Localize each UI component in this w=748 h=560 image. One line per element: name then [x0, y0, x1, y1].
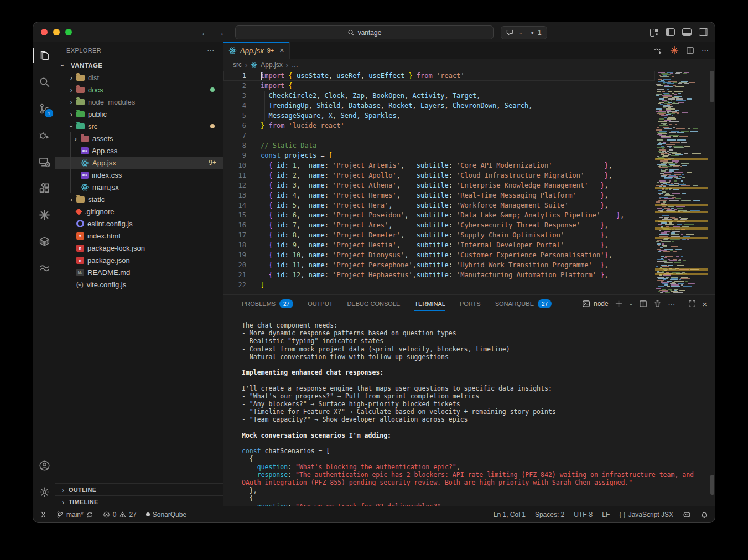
toggle-secondary-sidebar-icon[interactable] — [699, 28, 708, 36]
code-line-4[interactable]: 4 TrendingUp, Shield, Database, Rocket, … — [223, 101, 655, 111]
encoding[interactable]: UTF-8 — [574, 511, 593, 518]
code-line-20[interactable]: 20 { id: 11, name: 'Project Persephone',… — [223, 260, 655, 270]
explorer-more-actions-icon[interactable]: ⋯ — [207, 46, 215, 55]
editor-more-actions-icon[interactable]: ⋯ — [702, 46, 709, 55]
code-editor[interactable]: 1import { useState, useRef, useEffect } … — [223, 71, 655, 294]
tree-item-eslint.config.js[interactable]: eslint.config.js — [55, 217, 223, 230]
maximize-panel-icon[interactable] — [688, 299, 696, 308]
code-line-18[interactable]: 18 { id: 9, name: 'Project Hestia', subt… — [223, 240, 655, 250]
close-window-button[interactable] — [41, 29, 48, 35]
branch-indicator[interactable]: main* — [56, 510, 94, 519]
tree-item-App.css[interactable]: cssApp.css — [55, 144, 223, 157]
zoom-window-button[interactable] — [65, 29, 72, 35]
activity-explorer[interactable] — [33, 42, 55, 69]
outline-section[interactable]: ›OUTLINE — [55, 483, 223, 496]
minimap[interactable] — [655, 71, 708, 294]
panel-tab-output[interactable]: OUTPUT — [308, 295, 333, 313]
breadcrumb-folder[interactable]: src — [233, 61, 242, 69]
activity-containers[interactable] — [33, 228, 55, 255]
breadcrumb-file[interactable]: App.jsx — [261, 61, 282, 69]
language-mode[interactable]: { } JavaScript JSX — [619, 511, 673, 518]
tree-item-package.json[interactable]: npackage.json — [55, 254, 223, 266]
close-tab-icon[interactable]: × — [279, 46, 284, 55]
panel-tab-problems[interactable]: PROBLEMS27 — [242, 295, 293, 313]
tree-root-vantage[interactable]: ›VANTAGE — [55, 59, 223, 71]
activity-accounts[interactable] — [33, 452, 55, 479]
activity-settings[interactable] — [33, 479, 55, 505]
breadcrumb[interactable]: src › App.jsx › … — [223, 59, 715, 71]
code-line-21[interactable]: 21 { id: 12, name: 'Project Hephaestus',… — [223, 270, 655, 280]
code-line-14[interactable]: 14 { id: 5, name: 'Project Hera', subtit… — [223, 200, 655, 210]
code-line-5[interactable]: 5 MessageSquare, X, Send, Sparkles, — [223, 111, 655, 121]
back-arrow-icon[interactable]: ← — [201, 28, 209, 37]
notifications[interactable] — [700, 510, 708, 519]
code-line-15[interactable]: 15 { id: 6, name: 'Project Poseidon', su… — [223, 210, 655, 220]
command-center-search[interactable]: vantage — [235, 25, 494, 39]
panel-tab-sonarqube[interactable]: SONARQUBE27 — [495, 295, 552, 313]
panel-tab-ports[interactable]: PORTS — [460, 295, 481, 313]
panel-more-actions-icon[interactable]: ⋯ — [668, 300, 676, 308]
panel-tab-debug-console[interactable]: DEBUG CONSOLE — [347, 295, 400, 313]
tree-item-README.md[interactable]: M↓README.md — [55, 266, 223, 278]
toggle-panel-icon[interactable] — [682, 28, 692, 36]
split-terminal-icon[interactable] — [639, 299, 647, 308]
code-line-19[interactable]: 19 { id: 10, name: 'Project Dionysus', s… — [223, 250, 655, 260]
terminal-output[interactable]: The chat component needs:- More dynamic … — [242, 322, 704, 506]
code-line-22[interactable]: 22] — [223, 280, 655, 290]
minimize-window-button[interactable] — [53, 29, 60, 35]
tree-item-package-lock.json[interactable]: npackage-lock.json — [55, 242, 223, 254]
tree-item-dist[interactable]: ›dist — [55, 71, 223, 84]
activity-remote-explorer[interactable] — [33, 148, 55, 175]
tree-item-index.css[interactable]: cssindex.css — [55, 169, 223, 181]
copilot-status[interactable] — [683, 510, 691, 519]
tree-item-src[interactable]: ›src — [55, 120, 223, 132]
remote-indicator[interactable] — [40, 510, 47, 519]
indentation[interactable]: Spaces: 2 — [535, 511, 564, 518]
tree-item-index.html[interactable]: 5index.html — [55, 230, 223, 242]
copilot-chat-control[interactable]: ⌄ ● 1 — [501, 26, 547, 39]
terminal-scrollbar[interactable] — [710, 475, 714, 495]
tree-item-assets[interactable]: ›assets — [55, 132, 223, 144]
code-line-17[interactable]: 17 { id: 8, name: 'Project Demeter', sub… — [223, 230, 655, 240]
tab-app-jsx[interactable]: App.jsx 9+ × — [223, 42, 290, 59]
tree-item-vite.config.js[interactable]: (⌁)vite.config.js — [55, 278, 223, 291]
code-line-16[interactable]: 16 { id: 7, name: 'Project Ares', subtit… — [223, 220, 655, 230]
code-line-2[interactable]: 2import { — [223, 81, 655, 91]
tree-item-static[interactable]: ›static — [55, 193, 223, 205]
split-editor-icon[interactable] — [686, 46, 694, 55]
tree-item-docs[interactable]: ›docs — [55, 84, 223, 96]
eol-sequence[interactable]: LF — [602, 511, 610, 518]
cursor-position[interactable]: Ln 1, Col 1 — [494, 511, 526, 518]
code-line-1[interactable]: 1import { useState, useRef, useEffect } … — [223, 71, 655, 81]
breadcrumb-symbol[interactable]: … — [292, 61, 298, 69]
code-line-10[interactable]: 10 { id: 1, name: 'Project Artemis', sub… — [223, 160, 655, 170]
customize-layout-icon[interactable] — [650, 29, 658, 35]
close-panel-icon[interactable]: × — [702, 299, 707, 309]
sonarqube-analyze-icon[interactable] — [670, 46, 679, 55]
code-line-3[interactable]: 3 CheckCircle2, Clock, Zap, BookOpen, Ac… — [223, 91, 655, 101]
code-line-11[interactable]: 11 { id: 2, name: 'Project Apollo', subt… — [223, 170, 655, 180]
activity-sonarqube[interactable] — [33, 201, 55, 228]
toggle-primary-sidebar-icon[interactable] — [666, 28, 675, 36]
editor-scrollbar[interactable] — [709, 71, 715, 294]
activity-extensions[interactable] — [33, 175, 55, 201]
panel-tab-terminal[interactable]: TERMINAL — [414, 295, 445, 313]
tree-item-main.jsx[interactable]: main.jsx — [55, 181, 223, 193]
new-terminal-icon[interactable] — [615, 299, 623, 308]
activity-search[interactable] — [33, 69, 55, 95]
sonarqube-status[interactable]: SonarQube — [146, 511, 186, 518]
tree-item-App.jsx[interactable]: App.jsx9+ — [55, 157, 223, 169]
kill-terminal-icon[interactable] — [653, 299, 662, 308]
tree-item-public[interactable]: ›public — [55, 108, 223, 120]
code-line-7[interactable]: 7 — [223, 131, 655, 141]
code-line-9[interactable]: 9const projects = [ — [223, 151, 655, 160]
code-line-6[interactable]: 6} from 'lucide-react' — [223, 121, 655, 131]
code-line-8[interactable]: 8// Static Data — [223, 141, 655, 151]
activity-sonarlint[interactable] — [33, 255, 55, 281]
run-coverage-icon[interactable] — [654, 46, 663, 55]
tree-item-node_modules[interactable]: ›node_modules — [55, 96, 223, 108]
launch-profile-chevron-icon[interactable]: ⌄ — [629, 301, 633, 307]
tree-item-.gitignore[interactable]: .gitignore — [55, 205, 223, 217]
forward-arrow-icon[interactable]: → — [216, 28, 225, 37]
code-line-13[interactable]: 13 { id: 4, name: 'Project Hermes', subt… — [223, 190, 655, 200]
